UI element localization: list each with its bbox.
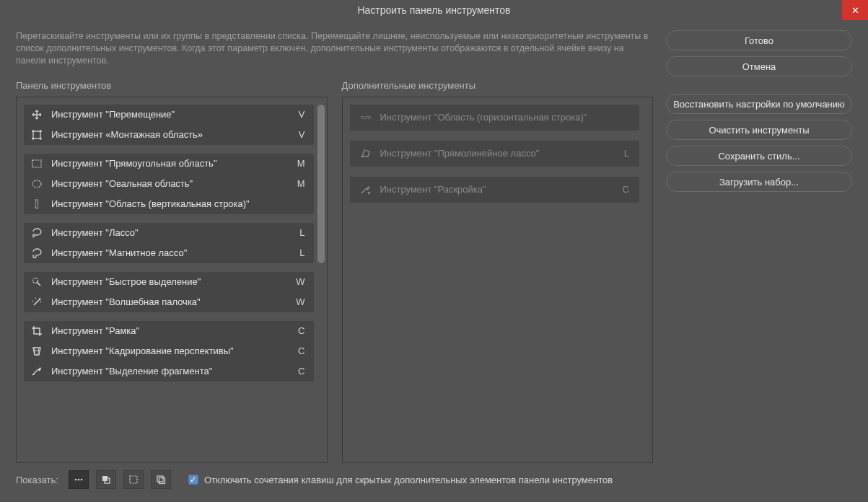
svg-point-9: [78, 479, 80, 481]
show-mode-marquee-button[interactable]: [123, 470, 144, 489]
tool-row[interactable]: Инструмент "Волшебная палочка"W: [24, 292, 314, 312]
tool-shortcut: W: [296, 276, 304, 287]
ellipse-marquee-icon: [31, 178, 43, 190]
tool-shortcut: L: [299, 227, 304, 238]
load-set-button[interactable]: Загрузить набор...: [666, 172, 852, 192]
tool-label: Инструмент "Выделение фрагмента": [51, 366, 298, 376]
lasso-icon: [31, 227, 43, 239]
show-mode-overlap-button[interactable]: [96, 470, 116, 489]
tool-row[interactable]: Инструмент "Перемещение"V: [24, 105, 314, 125]
tool-row[interactable]: Инструмент "Быстрое выделение"W: [24, 272, 314, 292]
tool-row[interactable]: Инструмент "Магнитное лассо"L: [24, 243, 314, 263]
tool-label: Инструмент "Прямолинейное лассо": [380, 148, 624, 159]
checkbox-label: Отключить сочетания клавиш для скрытых д…: [204, 475, 613, 485]
tool-row[interactable]: Инструмент "Лассо"L: [24, 223, 314, 243]
tool-shortcut: C: [298, 325, 304, 336]
tool-group[interactable]: Инструмент "Перемещение"VИнструмент «Мон…: [24, 105, 314, 145]
tool-shortcut: C: [298, 345, 304, 356]
svg-rect-6: [361, 116, 370, 118]
tool-shortcut: C: [298, 366, 304, 376]
svg-point-10: [81, 479, 83, 481]
dots-icon: [74, 475, 84, 485]
tool-label: Инструмент "Область (вертикальная строка…: [51, 198, 305, 209]
quick-select-icon: [31, 276, 43, 288]
show-mode-stack-button[interactable]: [151, 470, 171, 489]
svg-rect-1: [32, 160, 41, 167]
tool-row[interactable]: Инструмент "Рамка"C: [24, 321, 314, 341]
move-icon: [31, 109, 43, 120]
svg-point-2: [32, 180, 41, 188]
artboard-icon: [31, 129, 43, 141]
tool-shortcut: L: [624, 148, 629, 159]
toolbar-scrollbar[interactable]: [317, 105, 325, 263]
tool-label: Инструмент "Магнитное лассо": [51, 247, 299, 258]
rect-marquee-icon: [31, 158, 43, 169]
save-style-button[interactable]: Сохранить стиль...: [666, 146, 852, 166]
tool-label: Инструмент "Быстрое выделение": [51, 276, 296, 287]
tool-label: Инструмент «Монтажная область»: [51, 129, 299, 140]
title-bar: Настроить панель инструментов ✕: [0, 0, 868, 20]
tool-row[interactable]: Инструмент "Кадрирование перспективы"C: [24, 341, 314, 361]
tool-row[interactable]: Инструмент "Область (горизонтальная стро…: [350, 105, 640, 131]
tool-label: Инструмент "Прямоугольная область": [51, 158, 297, 169]
tool-label: Инструмент "Волшебная палочка": [51, 296, 296, 307]
toolbar-list: Инструмент "Перемещение"VИнструмент «Мон…: [16, 97, 328, 463]
cancel-button[interactable]: Отмена: [666, 56, 852, 76]
slice-select-icon: [360, 184, 372, 195]
tool-group[interactable]: Инструмент "Прямолинейное лассо"L: [350, 141, 640, 167]
marquee-icon: [128, 475, 139, 485]
tool-group[interactable]: Инструмент "Прямоугольная область"MИнстр…: [24, 154, 314, 214]
done-button[interactable]: Готово: [666, 30, 852, 50]
clear-tools-button[interactable]: Очистить инструменты: [666, 120, 852, 140]
tool-group[interactable]: Инструмент "Быстрое выделение"WИнструмен…: [24, 272, 314, 312]
crop-icon: [31, 325, 43, 337]
tool-shortcut: V: [299, 109, 305, 120]
tool-shortcut: M: [297, 158, 305, 169]
extra-list: Инструмент "Область (горизонтальная стро…: [342, 97, 654, 463]
tool-row[interactable]: Инструмент "Овальная область"M: [24, 174, 314, 194]
window-title: Настроить панель инструментов: [357, 4, 510, 16]
col-marquee-icon: [31, 198, 43, 210]
row-marquee-icon: [360, 112, 372, 123]
tool-shortcut: C: [623, 184, 629, 195]
show-label: Показать:: [16, 475, 58, 485]
tool-label: Инструмент "Овальная область": [51, 178, 297, 189]
tool-label: Инструмент "Перемещение": [51, 109, 299, 120]
show-mode-dots-button[interactable]: [69, 470, 89, 489]
poly-lasso-icon: [360, 148, 372, 159]
svg-rect-0: [33, 131, 40, 138]
tool-row[interactable]: Инструмент "Выделение фрагмента"C: [24, 361, 314, 382]
toolbar-column-title: Панель инструментов: [16, 80, 328, 91]
tool-label: Инструмент "Рамка": [51, 325, 298, 336]
extra-column-title: Дополнительные инструменты: [342, 80, 654, 91]
restore-defaults-button[interactable]: Восстановить настройки по умолчанию: [666, 94, 852, 114]
tool-group[interactable]: Инструмент "Раскройка"C: [350, 177, 640, 203]
close-button[interactable]: ✕: [842, 0, 868, 20]
svg-rect-15: [157, 476, 163, 482]
svg-point-8: [75, 479, 77, 481]
checkbox-icon: ✓: [188, 475, 198, 485]
svg-rect-13: [130, 476, 137, 483]
tool-label: Инструмент "Область (горизонтальная стро…: [380, 112, 630, 123]
tool-row[interactable]: Инструмент "Прямоугольная область"M: [24, 154, 314, 174]
slice-icon: [31, 366, 43, 377]
magnetic-lasso-icon: [31, 247, 43, 259]
tool-row[interactable]: Инструмент "Прямолинейное лассо"L: [350, 141, 640, 167]
footer: Показать: ✓ Отключить сочетания клавиш д…: [0, 463, 868, 496]
tool-shortcut: V: [299, 129, 305, 140]
description-text: Перетаскивайте инструменты или их группы…: [16, 30, 653, 67]
tool-row[interactable]: Инструмент "Область (вертикальная строка…: [24, 194, 314, 214]
close-icon: ✕: [851, 5, 859, 16]
tool-label: Инструмент "Кадрирование перспективы": [51, 345, 298, 356]
stack-icon: [156, 475, 166, 485]
tool-shortcut: M: [297, 178, 305, 189]
perspective-crop-icon: [31, 345, 43, 357]
tool-group[interactable]: Инструмент "Область (горизонтальная стро…: [350, 105, 640, 131]
tool-group[interactable]: Инструмент "Лассо"LИнструмент "Магнитное…: [24, 223, 314, 263]
tool-shortcut: W: [296, 296, 304, 307]
tool-row[interactable]: Инструмент «Монтажная область»V: [24, 125, 314, 145]
disable-shortcuts-checkbox[interactable]: ✓ Отключить сочетания клавиш для скрытых…: [188, 475, 613, 485]
tool-row[interactable]: Инструмент "Раскройка"C: [350, 177, 640, 203]
tool-label: Инструмент "Раскройка": [380, 184, 623, 195]
tool-group[interactable]: Инструмент "Рамка"CИнструмент "Кадрирова…: [24, 321, 314, 382]
